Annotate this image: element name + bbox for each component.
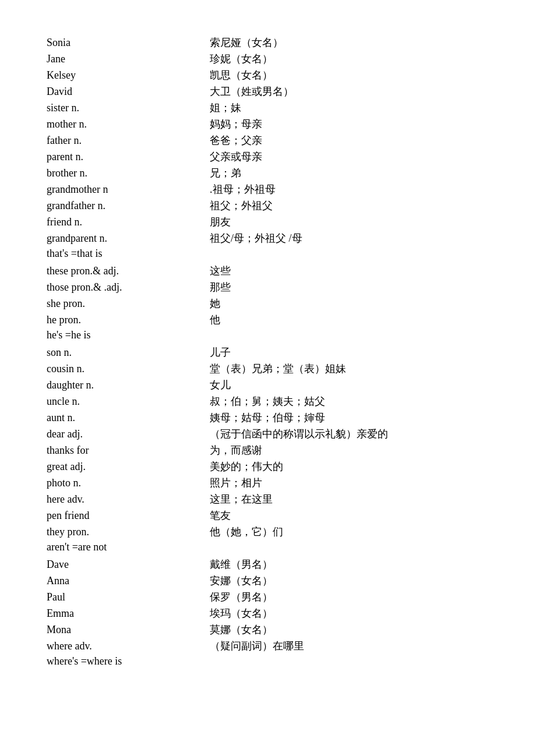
vocab-english: daughter n. xyxy=(47,379,210,391)
vocab-row: sister n.姐；妹 xyxy=(47,100,489,116)
vocab-english: grandmother n xyxy=(47,183,210,196)
vocab-row: Paul保罗（男名） xyxy=(47,589,489,606)
vocab-english: David xyxy=(47,86,210,98)
vocab-chinese: 索尼娅（女名） xyxy=(210,36,489,50)
vocab-row: Mona莫娜（女名） xyxy=(47,622,489,638)
vocab-row: Emma埃玛（女名） xyxy=(47,606,489,622)
vocab-english: father n. xyxy=(47,135,210,147)
vocab-english: grandparent n. xyxy=(47,232,210,245)
vocab-english: aren't =are not xyxy=(47,541,210,553)
vocab-chinese: 姨母；姑母；伯母；婶母 xyxy=(210,411,489,425)
vocab-row: Dave戴维（男名） xyxy=(47,557,489,573)
vocab-english: Anna xyxy=(47,575,210,587)
vocab-english: he's =he is xyxy=(47,329,210,341)
vocab-row: grandfather n.祖父；外祖父 xyxy=(47,198,489,214)
vocab-row: he pron.他 xyxy=(47,312,489,328)
vocab-chinese: 埃玛（女名） xyxy=(210,606,489,620)
vocab-chinese: 他（她，它）们 xyxy=(210,525,489,539)
vocab-chinese: 父亲或母亲 xyxy=(210,150,489,164)
vocab-english: cousin n. xyxy=(47,363,210,375)
vocab-chinese: 堂（表）兄弟；堂（表）姐妹 xyxy=(210,362,489,376)
vocab-english: that's =that is xyxy=(47,248,210,260)
vocab-chinese: 为，而感谢 xyxy=(210,443,489,457)
vocab-row: Kelsey凯思（女名） xyxy=(47,68,489,84)
vocab-row: friend n.朋友 xyxy=(47,214,489,231)
vocab-row: son n.儿子 xyxy=(47,345,489,361)
vocab-chinese: （疑问副词）在哪里 xyxy=(210,639,489,653)
vocab-row: where's =where is xyxy=(47,655,489,671)
vocab-row: photo n.照片；相片 xyxy=(47,475,489,492)
vocab-row: where adv.（疑问副词）在哪里 xyxy=(47,638,489,655)
vocab-chinese: 儿子 xyxy=(210,345,489,359)
vocab-chinese: 珍妮（女名） xyxy=(210,52,489,66)
vocab-english: those pron.& .adj. xyxy=(47,281,210,294)
vocab-row: these pron.& adj.这些 xyxy=(47,263,489,280)
vocab-row: he's =he is xyxy=(47,328,489,345)
vocab-row: brother n.兄；弟 xyxy=(47,165,489,182)
vocab-chinese: 大卫（姓或男名） xyxy=(210,84,489,98)
vocab-row: pen friend笔友 xyxy=(47,508,489,524)
vocab-english: he pron. xyxy=(47,314,210,326)
vocab-row: grandmother n.祖母；外祖母 xyxy=(47,182,489,198)
vocab-english: friend n. xyxy=(47,216,210,228)
vocab-english: they pron. xyxy=(47,526,210,538)
vocab-english: Paul xyxy=(47,591,210,603)
vocab-row: dear adj.（冠于信函中的称谓以示礼貌）亲爱的 xyxy=(47,426,489,443)
vocab-row: uncle n.叔；伯；舅；姨夫；姑父 xyxy=(47,394,489,410)
vocab-row: Anna安娜（女名） xyxy=(47,573,489,589)
vocab-english: Kelsey xyxy=(47,69,210,82)
vocab-row: those pron.& .adj.那些 xyxy=(47,280,489,296)
vocab-row: she pron.她 xyxy=(47,296,489,312)
vocab-chinese: 这些 xyxy=(210,264,489,278)
vocab-english: sister n. xyxy=(47,102,210,114)
vocab-english: where's =where is xyxy=(47,655,210,667)
vocab-english: Mona xyxy=(47,624,210,636)
vocab-english: brother n. xyxy=(47,167,210,179)
vocab-chinese: 美妙的；伟大的 xyxy=(210,460,489,474)
vocab-english: where adv. xyxy=(47,640,210,652)
vocab-chinese: （冠于信函中的称谓以示礼貌）亲爱的 xyxy=(210,427,489,441)
vocab-english: Emma xyxy=(47,607,210,620)
vocab-chinese: 那些 xyxy=(210,280,489,294)
vocab-english: photo n. xyxy=(47,477,210,489)
vocab-english: these pron.& adj. xyxy=(47,265,210,277)
vocab-row: parent n.父亲或母亲 xyxy=(47,149,489,165)
vocab-chinese: 凯思（女名） xyxy=(210,68,489,82)
vocab-english: thanks for xyxy=(47,444,210,457)
vocab-row: daughter n.女儿 xyxy=(47,377,489,394)
vocab-chinese: 莫娜（女名） xyxy=(210,623,489,637)
vocab-row: grandparent n.祖父/母；外祖父 /母 xyxy=(47,231,489,247)
vocabulary-list: Sonia索尼娅（女名）Jane珍妮（女名）Kelsey凯思（女名）David大… xyxy=(47,35,489,671)
vocab-chinese: 叔；伯；舅；姨夫；姑父 xyxy=(210,394,489,408)
vocab-chinese: .祖母；外祖母 xyxy=(210,182,489,196)
vocab-row: great adj.美妙的；伟大的 xyxy=(47,459,489,475)
vocab-english: here adv. xyxy=(47,493,210,506)
vocab-english: Jane xyxy=(47,53,210,65)
vocab-row: father n.爸爸；父亲 xyxy=(47,133,489,149)
vocab-row: they pron.他（她，它）们 xyxy=(47,524,489,540)
vocab-row: aunt n.姨母；姑母；伯母；婶母 xyxy=(47,410,489,426)
vocab-english: pen friend xyxy=(47,510,210,522)
vocab-chinese: 照片；相片 xyxy=(210,476,489,490)
vocab-english: she pron. xyxy=(47,298,210,310)
vocab-chinese: 这里；在这里 xyxy=(210,492,489,506)
vocab-row: aren't =are not xyxy=(47,540,489,557)
vocab-english: grandfather n. xyxy=(47,200,210,212)
vocab-chinese: 妈妈；母亲 xyxy=(210,117,489,131)
vocab-row: Sonia索尼娅（女名） xyxy=(47,35,489,51)
vocab-chinese: 戴维（男名） xyxy=(210,557,489,571)
vocab-english: dear adj. xyxy=(47,428,210,440)
vocab-row: Jane珍妮（女名） xyxy=(47,51,489,68)
vocab-row: cousin n.堂（表）兄弟；堂（表）姐妹 xyxy=(47,361,489,377)
vocab-chinese: 朋友 xyxy=(210,215,489,229)
vocab-english: mother n. xyxy=(47,118,210,130)
vocab-english: son n. xyxy=(47,347,210,359)
vocab-english: great adj. xyxy=(47,461,210,473)
vocab-chinese: 她 xyxy=(210,296,489,310)
vocab-row: thanks for为，而感谢 xyxy=(47,443,489,459)
vocab-row: mother n.妈妈；母亲 xyxy=(47,116,489,133)
vocab-row: that's =that is xyxy=(47,247,489,263)
vocab-row: David大卫（姓或男名） xyxy=(47,84,489,100)
vocab-chinese: 保罗（男名） xyxy=(210,590,489,604)
vocab-english: parent n. xyxy=(47,151,210,163)
